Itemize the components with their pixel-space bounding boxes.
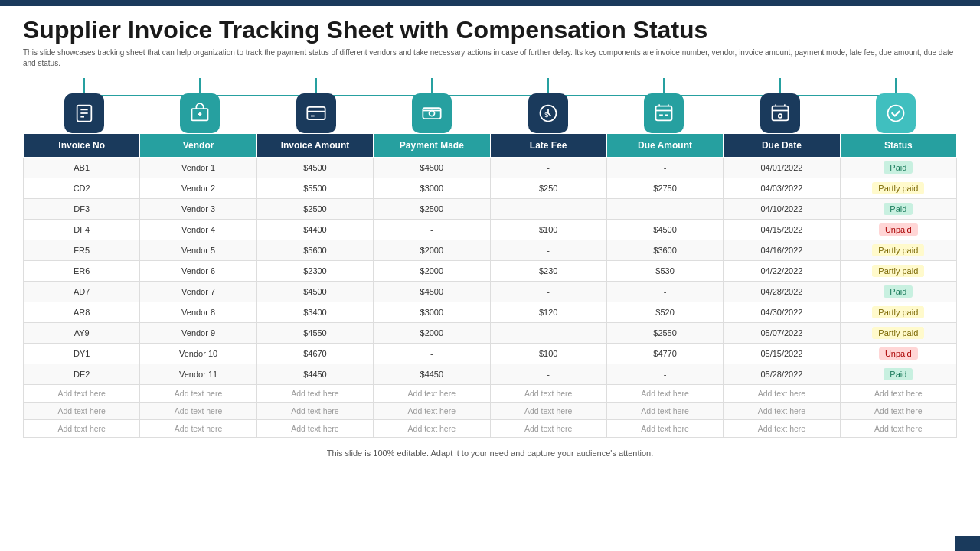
cell-placeholder: Add text here: [606, 385, 723, 403]
cell-status: Partly paid: [840, 302, 956, 323]
cell-vendor: Vendor 11: [140, 364, 256, 385]
page-title: Supplier Invoice Tracking Sheet with Com…: [23, 15, 957, 44]
cell-latefee: $100: [490, 220, 606, 240]
svg-text:$: $: [544, 111, 549, 119]
cell-invoice: ER6: [24, 261, 140, 282]
cell-placeholder: Add text here: [840, 403, 956, 420]
table-row: DF3 Vendor 3 $2500 $2500 - - 04/10/2022 …: [24, 199, 957, 220]
cell-due: $4500: [606, 220, 723, 240]
cell-date: 05/15/2022: [724, 344, 840, 364]
cell-invoice: AR8: [24, 302, 140, 323]
cell-amount: $3400: [256, 302, 373, 323]
cell-amount: $4550: [256, 323, 373, 344]
cell-payment: $2500: [374, 199, 490, 220]
svg-point-26: [888, 106, 904, 122]
cell-placeholder: Add text here: [140, 385, 256, 403]
cell-placeholder: Add text here: [24, 403, 140, 420]
cell-latefee: $100: [490, 344, 606, 364]
table-row: CD2 Vendor 2 $5500 $3000 $250 $2750 04/0…: [24, 178, 957, 199]
cell-payment: $4500: [374, 282, 490, 302]
cell-date: 04/22/2022: [724, 261, 840, 282]
table-row: AD7 Vendor 7 $4500 $4500 - - 04/28/2022 …: [24, 282, 957, 302]
cell-vendor: Vendor 2: [140, 178, 256, 199]
cell-due: $3600: [606, 240, 723, 261]
table-row-placeholder: Add text hereAdd text hereAdd text hereA…: [24, 403, 957, 420]
col-vendor: Vendor: [140, 134, 256, 158]
status-icon: [876, 93, 916, 133]
cell-status: Paid: [840, 158, 956, 178]
cell-payment: $2000: [374, 240, 490, 261]
table-row: AY9 Vendor 9 $4550 $2000 - $2550 05/07/2…: [24, 323, 957, 344]
icons-row: $: [23, 78, 957, 133]
payment-made-icon: [412, 93, 452, 133]
cell-invoice: AB1: [24, 158, 140, 178]
svg-rect-7: [307, 107, 325, 119]
cell-vendor: Vendor 7: [140, 282, 256, 302]
cell-placeholder: Add text here: [374, 420, 490, 438]
cell-placeholder: Add text here: [24, 420, 140, 438]
cell-placeholder: Add text here: [840, 420, 956, 438]
cell-invoice: DF4: [24, 220, 140, 240]
table-row: DE2 Vendor 11 $4450 $4450 - - 05/28/2022…: [24, 364, 957, 385]
cell-due: $2750: [606, 178, 723, 199]
cell-status: Paid: [840, 282, 956, 302]
invoice-no-icon: [64, 93, 104, 133]
cell-amount: $2300: [256, 261, 373, 282]
cell-vendor: Vendor 10: [140, 344, 256, 364]
cell-payment: $4450: [374, 364, 490, 385]
cell-payment: $2000: [374, 261, 490, 282]
cell-placeholder: Add text here: [840, 385, 956, 403]
cell-vendor: Vendor 3: [140, 199, 256, 220]
col-invoice-amount: Invoice Amount: [256, 134, 373, 158]
cell-latefee: -: [490, 240, 606, 261]
cell-due: -: [606, 199, 723, 220]
cell-latefee: $250: [490, 178, 606, 199]
col-status: Status: [840, 134, 956, 158]
cell-placeholder: Add text here: [490, 420, 606, 438]
cell-placeholder: Add text here: [374, 385, 490, 403]
vendor-icon-col: [142, 78, 259, 133]
cell-placeholder: Add text here: [374, 403, 490, 420]
cell-placeholder: Add text here: [606, 420, 723, 438]
cell-placeholder: Add text here: [490, 385, 606, 403]
due-amount-icon-col: [606, 78, 723, 133]
table-row-placeholder: Add text hereAdd text hereAdd text hereA…: [24, 385, 957, 403]
cell-status: Partly paid: [840, 240, 956, 261]
cell-placeholder: Add text here: [724, 420, 840, 438]
cell-date: 04/15/2022: [724, 220, 840, 240]
table-row: DF4 Vendor 4 $4400 - $100 $4500 04/15/20…: [24, 220, 957, 240]
cell-latefee: -: [490, 364, 606, 385]
due-date-icon: [760, 93, 800, 133]
cell-date: 04/16/2022: [724, 240, 840, 261]
cell-latefee: $230: [490, 261, 606, 282]
cell-payment: $3000: [374, 302, 490, 323]
cell-placeholder: Add text here: [24, 385, 140, 403]
col-payment-made: Payment Made: [374, 134, 490, 158]
cell-amount: $4400: [256, 220, 373, 240]
table-row: AR8 Vendor 8 $3400 $3000 $120 $520 04/30…: [24, 302, 957, 323]
cell-vendor: Vendor 9: [140, 323, 256, 344]
vendor-icon: [180, 93, 220, 133]
cell-placeholder: Add text here: [490, 403, 606, 420]
cell-payment: $2000: [374, 323, 490, 344]
cell-payment: -: [374, 344, 490, 364]
cell-invoice: CD2: [24, 178, 140, 199]
cell-status: Paid: [840, 364, 956, 385]
cell-placeholder: Add text here: [256, 385, 373, 403]
svg-rect-10: [423, 108, 441, 119]
cell-payment: $3000: [374, 178, 490, 199]
cell-latefee: -: [490, 282, 606, 302]
cell-date: 04/01/2022: [724, 158, 840, 178]
cell-placeholder: Add text here: [724, 403, 840, 420]
late-fee-icon-col: $: [490, 78, 606, 133]
cell-placeholder: Add text here: [256, 420, 373, 438]
invoice-amount-icon-col: [258, 78, 374, 133]
cell-placeholder: Add text here: [140, 420, 256, 438]
svg-point-11: [430, 111, 435, 116]
cell-amount: $4500: [256, 282, 373, 302]
cell-invoice: DE2: [24, 364, 140, 385]
cell-status: Paid: [840, 199, 956, 220]
invoice-table: Invoice No Vendor Invoice Amount Payment…: [23, 133, 957, 438]
cell-placeholder: Add text here: [724, 385, 840, 403]
svg-rect-15: [656, 106, 672, 121]
